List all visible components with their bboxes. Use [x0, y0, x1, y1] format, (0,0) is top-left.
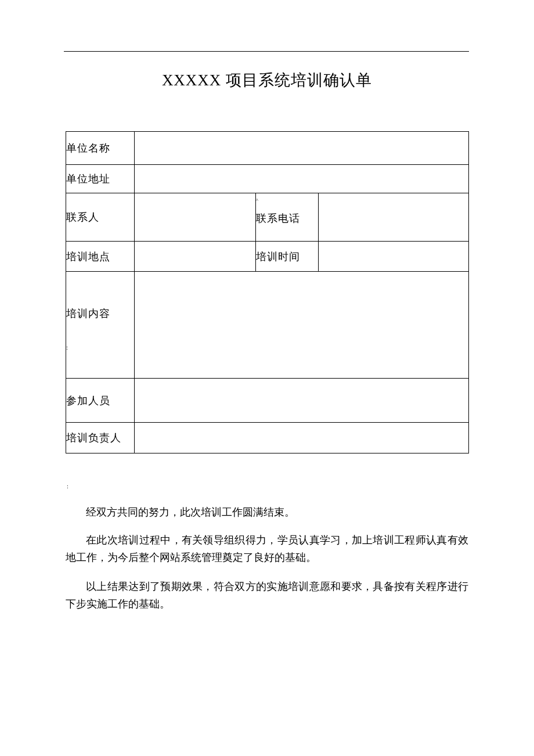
label-contact-phone-text: 联系电话 — [256, 211, 318, 225]
row-unit-name: 单位名称 — [66, 132, 469, 165]
label-training-content: 培训内容 : — [66, 272, 135, 379]
row-training-content: 培训内容 : — [66, 272, 469, 379]
training-form-table: 单位名称 单位地址 联系人 ^ 联系电话 培训地点 培训时间 培训内容 : — [66, 131, 469, 453]
top-horizontal-rule — [64, 51, 469, 52]
row-training-leader: 培训负责人 — [66, 423, 469, 453]
value-training-content — [135, 272, 469, 379]
document-title: XXXXX 项目系统培训确认单 — [0, 70, 534, 91]
label-training-content-colon: : — [66, 332, 134, 351]
label-participants: 参加人员 — [66, 379, 135, 423]
row-participants: 参加人员 — [66, 379, 469, 423]
label-training-leader: 培训负责人 — [66, 423, 135, 453]
value-participants — [135, 379, 469, 423]
row-training-place-time: 培训地点 培训时间 — [66, 242, 469, 272]
value-training-leader — [135, 423, 469, 453]
value-unit-address — [135, 165, 469, 193]
label-unit-name: 单位名称 — [66, 132, 135, 165]
value-training-time — [319, 242, 469, 272]
paragraph-1: 经双方共同的努力，此次培训工作圆满结束。 — [66, 504, 468, 521]
value-training-place — [135, 242, 256, 272]
label-contact-phone: ^ 联系电话 — [256, 193, 319, 242]
paragraph-3-text: 以上结果达到了预期效果，符合双方的实施培训意愿和要求，具备按有关程序进行下步实施… — [66, 578, 468, 613]
label-training-time: 培训时间 — [256, 242, 319, 272]
label-contact-person: 联系人 — [66, 193, 135, 242]
paragraph-3: 以上结果达到了预期效果，符合双方的实施培训意愿和要求，具备按有关程序进行下步实施… — [66, 578, 468, 613]
paragraph-2-text: 在此次培训过程中，有关领导组织得力，学员认真学习，加上培训工程师认真有效地工作，… — [66, 532, 468, 567]
row-unit-address: 单位地址 — [66, 165, 469, 193]
post-table-colon-mark: : — [67, 483, 68, 489]
paragraph-1-text: 经双方共同的努力，此次培训工作圆满结束。 — [66, 504, 468, 521]
value-contact-person — [135, 193, 256, 242]
paragraph-2: 在此次培训过程中，有关领导组织得力，学员认真学习，加上培训工程师认真有效地工作，… — [66, 532, 468, 567]
value-unit-name — [135, 132, 469, 165]
label-training-place: 培训地点 — [66, 242, 135, 272]
label-training-content-text: 培训内容 — [66, 272, 134, 332]
row-contact: 联系人 ^ 联系电话 — [66, 193, 469, 242]
contact-sup-mark: ^ — [256, 198, 318, 203]
label-unit-address: 单位地址 — [66, 165, 135, 193]
value-contact-phone — [319, 193, 469, 242]
